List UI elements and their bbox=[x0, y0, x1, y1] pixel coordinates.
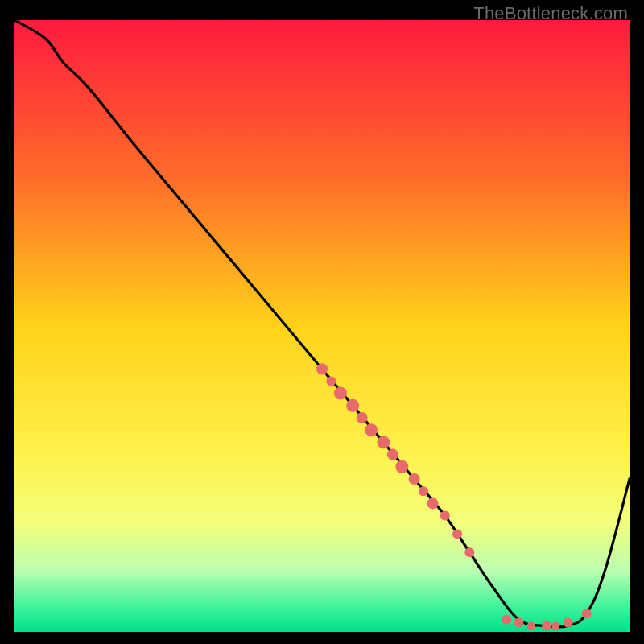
curve-marker bbox=[542, 621, 551, 630]
curve-marker bbox=[564, 618, 573, 628]
curve-marker bbox=[377, 436, 390, 448]
curve-marker bbox=[365, 423, 378, 436]
curve-marker bbox=[326, 376, 336, 386]
curve-marker bbox=[582, 609, 592, 618]
curve-marker bbox=[427, 497, 439, 509]
curve-marker bbox=[409, 473, 420, 485]
curve-marker bbox=[452, 529, 462, 539]
curve-marker bbox=[357, 412, 368, 423]
curve-marker bbox=[464, 547, 474, 557]
curve-marker bbox=[514, 618, 523, 628]
chart-svg bbox=[14, 20, 630, 632]
curve-marker bbox=[419, 486, 428, 496]
curve-marker bbox=[334, 387, 347, 400]
curve-marker bbox=[440, 511, 450, 521]
curve-marker bbox=[387, 449, 398, 460]
curve-marker bbox=[527, 621, 535, 630]
curve-marker bbox=[502, 615, 511, 625]
curve-marker bbox=[346, 399, 359, 412]
chart-plot-area bbox=[14, 20, 630, 632]
curve-marker bbox=[316, 363, 328, 374]
curve-marker bbox=[395, 460, 408, 473]
curve-marker bbox=[551, 621, 559, 630]
